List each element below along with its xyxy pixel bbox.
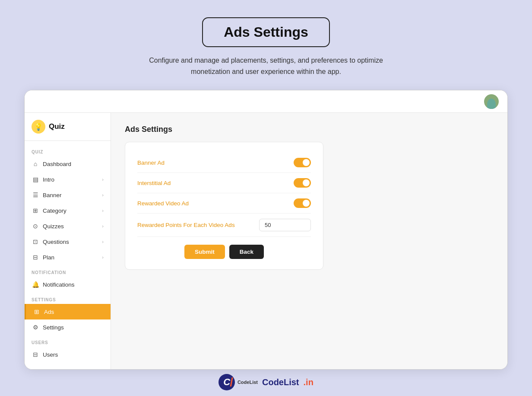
sidebar-item-questions[interactable]: ⊡ Questions ›: [25, 234, 111, 249]
rewarded-video-ad-label: Rewarded Video Ad: [137, 200, 189, 207]
avatar[interactable]: [484, 94, 499, 109]
brand-sub-label: CodeList: [238, 380, 258, 385]
sidebar-item-category[interactable]: ⊞ Category ›: [25, 203, 111, 218]
ads-icon: ⊞: [33, 308, 41, 316]
rewarded-video-ad-toggle-thumb: [303, 200, 310, 207]
rewarded-video-ad-toggle-track: [294, 198, 311, 208]
sidebar-item-banner[interactable]: ☰ Banner ›: [25, 187, 111, 203]
app-topbar: [25, 90, 507, 113]
footer-brand: C / CodeList CodeList.in: [24, 370, 508, 391]
plan-icon: ⊟: [32, 253, 39, 261]
interstitial-ad-toggle-track: [294, 178, 311, 188]
sidebar-label-plan: Plan: [43, 254, 54, 261]
banner-ad-toggle[interactable]: [294, 158, 311, 167]
interstitial-ad-toggle[interactable]: [294, 178, 311, 188]
brand-tld: .in: [304, 377, 314, 387]
interstitial-ad-toggle-thumb: [303, 179, 310, 186]
sidebar-label-category: Category: [43, 208, 66, 214]
brand-name: CodeList: [262, 377, 299, 387]
ads-card: Banner Ad Interstitial Ad: [125, 142, 323, 270]
logo-icon: 💡: [32, 120, 45, 134]
sidebar-item-quizzes[interactable]: ⊙ Quizzes ›: [25, 218, 111, 234]
sidebar: 💡 Quiz QUIZ ⌂ Dashboard ▤ Intro › ☰ Bann…: [25, 113, 111, 369]
brand-logo-box: C / CodeList: [218, 374, 258, 390]
page-subtitle: Configure and manage ad placements, sett…: [136, 55, 396, 77]
ads-row-rewarded-points: Rewarded Points For Each Video Ads: [137, 214, 311, 237]
ads-row-banner-ad: Banner Ad: [137, 153, 311, 173]
submit-button[interactable]: Submit: [184, 245, 225, 259]
sidebar-label-settings: Settings: [43, 324, 64, 331]
users-section-label: USERS: [25, 335, 111, 347]
sidebar-logo: 💡 Quiz: [25, 120, 111, 141]
category-icon: ⊞: [32, 207, 39, 214]
ads-row-interstitial-ad: Interstitial Ad: [137, 173, 311, 193]
sidebar-label-questions: Questions: [43, 239, 69, 245]
sidebar-item-dashboard[interactable]: ⌂ Dashboard: [25, 156, 111, 172]
interstitial-ad-label: Interstitial Ad: [137, 180, 171, 186]
sidebar-label-users: Users: [43, 351, 58, 358]
questions-chevron: ›: [102, 239, 104, 244]
banner-ad-label: Banner Ad: [137, 160, 165, 166]
sidebar-label-notifications: Notifications: [43, 281, 75, 288]
intro-chevron: ›: [102, 177, 104, 182]
page-title: Ads Settings: [224, 24, 308, 40]
sidebar-label-quizzes: Quizzes: [43, 223, 64, 230]
page-title-box: Ads Settings: [202, 17, 330, 47]
sidebar-label-banner: Banner: [43, 192, 62, 198]
users-icon: ⊟: [32, 351, 39, 358]
sidebar-item-settings[interactable]: ⚙ Settings: [25, 319, 111, 335]
quizzes-chevron: ›: [102, 224, 104, 229]
app-body: 💡 Quiz QUIZ ⌂ Dashboard ▤ Intro › ☰ Bann…: [25, 113, 507, 369]
sidebar-label-intro: Intro: [43, 176, 54, 183]
banner-ad-toggle-track: [294, 158, 311, 167]
quizzes-icon: ⊙: [32, 222, 39, 230]
section-title: Ads Settings: [125, 125, 494, 134]
rewarded-video-ad-toggle[interactable]: [294, 198, 311, 208]
sidebar-item-notifications[interactable]: 🔔 Notifications: [25, 277, 111, 292]
main-content: Ads Settings Banner Ad Interstitial Ad: [111, 113, 507, 369]
quiz-section-label: QUIZ: [25, 144, 111, 156]
settings-section-label: SETTINGS: [25, 292, 111, 304]
settings-icon: ⚙: [32, 323, 39, 331]
sidebar-item-ads[interactable]: ⊞ Ads: [25, 304, 111, 319]
ads-row-rewarded-video-ad: Rewarded Video Ad: [137, 193, 311, 214]
page-header: Ads Settings Configure and manage ad pla…: [136, 17, 396, 77]
category-chevron: ›: [102, 208, 104, 213]
plan-chevron: ›: [102, 255, 104, 260]
avatar-figure: [487, 99, 496, 109]
brand-slash: /: [230, 375, 233, 389]
sidebar-label-ads: Ads: [44, 309, 54, 315]
rewarded-points-input[interactable]: [259, 219, 311, 231]
back-button[interactable]: Back: [229, 245, 264, 259]
intro-icon: ▤: [32, 176, 39, 183]
banner-chevron: ›: [102, 192, 104, 198]
banner-icon: ☰: [32, 191, 39, 199]
sidebar-item-users[interactable]: ⊟ Users: [25, 347, 111, 362]
rewarded-points-label: Rewarded Points For Each Video Ads: [137, 222, 235, 228]
dashboard-icon: ⌂: [32, 160, 39, 168]
notification-section-label: NOTIFICATION: [25, 265, 111, 277]
questions-icon: ⊡: [32, 238, 39, 246]
notifications-icon: 🔔: [32, 281, 39, 288]
ads-buttons: Submit Back: [137, 245, 311, 259]
banner-ad-toggle-thumb: [303, 159, 310, 166]
sidebar-label-dashboard: Dashboard: [43, 161, 71, 167]
logo-text: Quiz: [49, 122, 65, 131]
sidebar-item-intro[interactable]: ▤ Intro ›: [25, 172, 111, 187]
sidebar-item-plan[interactable]: ⊟ Plan ›: [25, 249, 111, 265]
app-window: 💡 Quiz QUIZ ⌂ Dashboard ▤ Intro › ☰ Bann…: [24, 90, 508, 370]
